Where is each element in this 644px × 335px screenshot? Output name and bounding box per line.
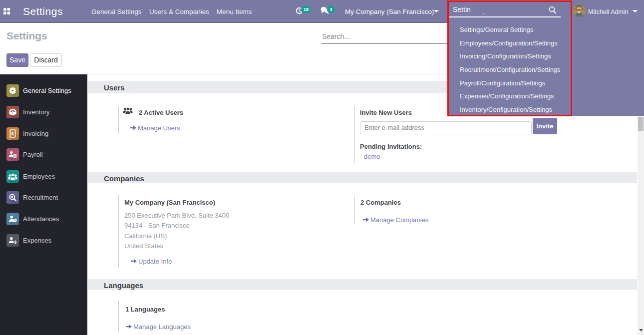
svg-text:$: $	[11, 131, 14, 136]
svg-text:$: $	[14, 240, 16, 245]
svg-text:$: $	[14, 154, 16, 158]
